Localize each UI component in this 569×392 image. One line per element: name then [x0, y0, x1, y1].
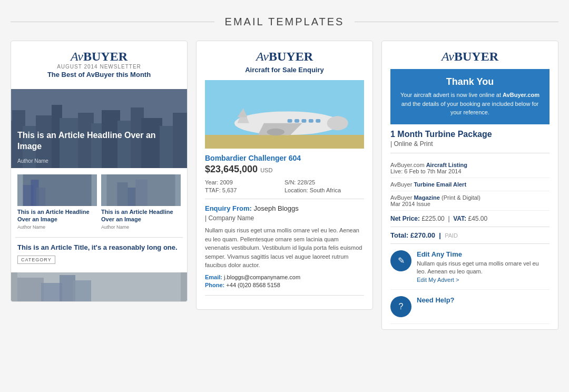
templates-container: AvBuyer AUGUST 2014 NEWSLETTER The Best …: [11, 41, 558, 330]
thumb-svg-2: [101, 174, 181, 206]
article2-title: This is an Article Headline Over an Imag…: [101, 208, 181, 223]
total-row: Total: £270.00 | PAID: [390, 227, 550, 244]
company-name: | Company Name: [205, 214, 364, 222]
jet-details: Year: 2009 S/N: 228/25 TTAF: 5,637 Locat…: [205, 179, 364, 199]
svg-rect-39: [301, 119, 306, 123]
svg-rect-32: [205, 135, 364, 149]
card1-logo: AvBuyer: [71, 50, 127, 64]
article-thumb-1: This is an Article Headline Over an Imag…: [15, 172, 99, 232]
detail-sn-label: S/N:: [284, 179, 296, 185]
header-line-left: [11, 22, 214, 22]
svg-rect-20: [23, 174, 92, 206]
category-badge: CATEGORY: [17, 256, 55, 264]
svg-rect-28: [41, 283, 62, 301]
card2-inner: AvBuyer Aircraft for Sale Enquiry: [197, 41, 372, 309]
feature1-link[interactable]: Edit My Advert >: [417, 277, 550, 283]
listing3-strong: Magazine: [414, 194, 440, 201]
jet-price-value: $23,645,000: [205, 164, 258, 174]
contact-email-row: Email: j.bloggs@companyname.com: [205, 274, 364, 280]
enquiry-from-label: Enquiry From:: [205, 204, 252, 212]
card1-divider: [15, 237, 183, 238]
hero-svg: [11, 89, 187, 168]
article1-author: Author Name: [17, 224, 97, 230]
svg-rect-41: [316, 119, 320, 123]
article2-author: Author Name: [101, 224, 181, 230]
email-label: Email:: [205, 274, 222, 280]
svg-rect-15: [11, 89, 187, 168]
detail-location: Location: South Africa: [284, 187, 364, 193]
detail-year-value: 2009: [220, 179, 232, 185]
jet-price: $23,645,000 USD: [205, 164, 364, 175]
detail-year-label: Year:: [205, 179, 218, 185]
page-header: EMAIL TEMPLATES: [11, 16, 558, 28]
vat-label: VAT:: [453, 215, 466, 222]
contact-phone-row: Phone: +44 (0)20 8568 5158: [205, 282, 364, 288]
listing-row-3: AvBuyer Magazine (Print & Digital) Mar 2…: [390, 191, 550, 211]
feature-help-content: Need Help?: [417, 296, 550, 306]
listing1-strong: Aircraft Listing: [426, 162, 467, 168]
jet-svg: [205, 80, 364, 149]
svg-rect-40: [309, 119, 313, 123]
detail-location-label: Location:: [284, 187, 308, 193]
article-thumb-img-2: [101, 174, 181, 206]
package-sub: | Online & Print: [390, 140, 550, 153]
svg-rect-37: [288, 119, 292, 123]
article-thumb-2: This is an Article Headline Over an Imag…: [99, 172, 183, 232]
article1-title: This is an Article Headline Over an Imag…: [17, 208, 97, 223]
header-line-right: [355, 22, 558, 22]
listing-row-2: AvBuyer Turbine Email Alert: [390, 178, 550, 191]
total-label: Total:: [390, 231, 408, 239]
thankyou-banner: Thank You Your aircraft advert is now li…: [390, 69, 550, 124]
feature-help: ? Need Help?: [390, 290, 550, 324]
bottom-img-svg: [11, 272, 187, 301]
newsletter-title: The Best of AvBuyer this Month: [19, 71, 179, 79]
svg-rect-27: [17, 278, 44, 301]
vat-value: £45.00: [468, 215, 487, 222]
svg-point-42: [267, 129, 284, 135]
listing-row-1: AvBuyer.com Aircraft Listing Live: 6 Feb…: [390, 159, 550, 178]
article-thumb-img-1: [17, 174, 97, 206]
template-card-confirmation: AvBuyer Thank You Your aircraft advert i…: [381, 41, 558, 330]
card1-header: AvBuyer AUGUST 2014 NEWSLETTER The Best …: [11, 41, 187, 89]
listing2-info: AvBuyer Turbine Email Alert: [390, 181, 466, 188]
detail-ttaf-value: 5,637: [222, 187, 237, 193]
hero-headline: This is an Article Headline Over an Imag…: [17, 130, 181, 152]
card3-logo-av: Av: [442, 50, 454, 63]
article-text-title: This is an Article Title, it's a reasona…: [17, 243, 181, 252]
detail-year: Year: 2009: [205, 179, 284, 185]
enquiry-text: Nullam quis risus eget urna mollis ornar…: [205, 226, 364, 270]
jet-image: [205, 80, 364, 149]
feature-edit-content: Edit Any Time Nullam quis risus eget urn…: [417, 250, 550, 283]
card2-logo-buyer: Buyer: [269, 50, 313, 63]
phone-value: +44 (0)20 8568 5158: [226, 282, 280, 288]
detail-location-value: South Africa: [310, 187, 341, 193]
feature1-text: Nullam quis risus eget urna mollis ornar…: [417, 260, 550, 276]
net-price-label: Net Price:: [390, 215, 420, 222]
thumb-svg-1: [17, 174, 97, 206]
logo-buyer: Buyer: [83, 50, 127, 63]
template-card-enquiry: AvBuyer Aircraft for Sale Enquiry: [196, 41, 373, 310]
net-price-value: £225.00: [421, 215, 444, 222]
listing3-info: AvBuyer Magazine (Print & Digital) Mar 2…: [390, 194, 480, 207]
listing3-value: Mar 2014 Issue: [390, 201, 480, 207]
article-title-section: This is an Article Title, it's a reasona…: [11, 243, 187, 272]
card2-logo-av: Av: [256, 50, 269, 63]
card3-logo-row: AvBuyer: [390, 50, 550, 64]
feature-edit: ✎ Edit Any Time Nullam quis risus eget u…: [390, 244, 550, 290]
template-card-newsletter: AvBuyer AUGUST 2014 NEWSLETTER The Best …: [11, 41, 188, 302]
page-title: EMAIL TEMPLATES: [214, 16, 355, 28]
help-icon: ?: [390, 296, 411, 317]
hero-author: Author Name: [17, 158, 48, 164]
hero-image-block: This is an Article Headline Over an Imag…: [11, 89, 187, 168]
edit-icon: ✎: [390, 250, 411, 271]
listing1-value: Live: 6 Feb to 7th Mar 2014: [390, 168, 467, 174]
paid-label: PAID: [445, 232, 458, 239]
listing3-label-row: AvBuyer Magazine (Print & Digital): [390, 194, 480, 201]
svg-point-34: [327, 116, 348, 130]
total-value: £270.00: [410, 231, 435, 239]
two-col-articles: This is an Article Headline Over an Imag…: [11, 168, 187, 232]
logo-av: Av: [71, 50, 83, 63]
jet-price-currency: USD: [260, 167, 272, 173]
card3-logo: AvBuyer: [442, 50, 498, 64]
price-row: Net Price: £225.00 | VAT: £45.00: [390, 211, 550, 227]
